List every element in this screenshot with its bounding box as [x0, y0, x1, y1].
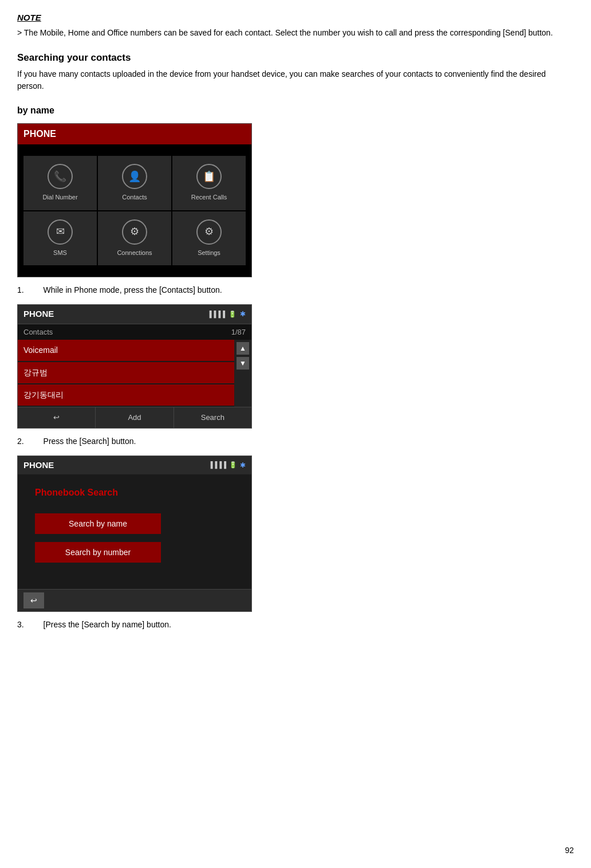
search-by-number-button[interactable]: Search by number — [35, 542, 161, 563]
back-icon: ↩ — [53, 413, 60, 422]
phone-title: PHONE — [23, 127, 56, 141]
search-screen-title: PHONE — [23, 459, 54, 472]
phone-main-screen: PHONE 📞 Dial Number 👤 Contacts 📋 Recent … — [17, 123, 252, 277]
menu-item-contacts[interactable]: 👤 Contacts — [98, 156, 171, 210]
section-heading: Searching your contacts — [17, 50, 574, 65]
contacts-bottom-bar: ↩ Add Search — [18, 407, 251, 428]
search-by-number-row: Search by number — [35, 542, 234, 563]
scroll-bar: ▲ ▼ — [234, 340, 251, 407]
contacts-header: PHONE ▐▐▐▐ 🔋 ✱ — [18, 305, 251, 324]
contacts-icon: 👤 — [122, 164, 147, 189]
menu-item-recent[interactable]: 📋 Recent Calls — [172, 156, 246, 210]
battery-icon: 🔋 — [228, 309, 237, 319]
contacts-list-screen: PHONE ▐▐▐▐ 🔋 ✱ Contacts 1/87 Voicemail 강… — [17, 304, 252, 429]
contact-item-voicemail[interactable]: Voicemail — [18, 340, 234, 361]
contacts-items: Voicemail 강규범 강기동대리 — [18, 340, 234, 407]
phone-menu-grid: 📞 Dial Number 👤 Contacts 📋 Recent Calls … — [18, 144, 251, 277]
settings-label: Settings — [198, 248, 220, 258]
search-screen-header: PHONE ▐▐▐▐ 🔋 ✱ — [18, 456, 251, 475]
contact-item-2[interactable]: 강기동대리 — [18, 384, 234, 406]
menu-item-connections[interactable]: ⚙ Connections — [98, 211, 171, 266]
search-back-button[interactable]: ↩ — [23, 592, 44, 608]
contacts-sub-label: Contacts — [23, 327, 53, 338]
menu-item-settings[interactable]: ⚙ Settings — [172, 211, 246, 266]
search-status-area: ▐▐▐▐ 🔋 ✱ — [208, 460, 246, 470]
connections-icon: ⚙ — [122, 219, 147, 245]
back-button[interactable]: ↩ — [18, 407, 96, 428]
phonebook-search-screen: PHONE ▐▐▐▐ 🔋 ✱ Phonebook Search Search b… — [17, 455, 252, 612]
recent-calls-label: Recent Calls — [191, 193, 227, 202]
menu-item-dial[interactable]: 📞 Dial Number — [23, 156, 97, 210]
phonebook-search-label: Phonebook Search — [35, 486, 234, 500]
contacts-label: Contacts — [122, 193, 147, 202]
bluetooth-icon2: ✱ — [240, 460, 246, 470]
settings-icon: ⚙ — [196, 219, 222, 245]
contacts-count: 1/87 — [231, 327, 246, 338]
step1-text: 1. While in Phone mode, press the [Conta… — [17, 284, 574, 296]
search-screen-body: Phonebook Search Search by name Search b… — [18, 474, 251, 589]
step2-text: 2. Press the [Search] button. — [17, 435, 574, 447]
search-screen-footer: ↩ — [18, 589, 251, 611]
scroll-up-button[interactable]: ▲ — [237, 342, 249, 355]
contacts-screen-title: PHONE — [23, 308, 54, 321]
scroll-down-button[interactable]: ▼ — [237, 357, 249, 370]
search-by-name-button[interactable]: Search by name — [35, 513, 161, 534]
page-number: 92 — [565, 845, 574, 857]
sms-icon: ✉ — [48, 219, 73, 245]
status-area: ▐▐▐▐ 🔋 ✱ — [207, 309, 246, 319]
recent-calls-icon: 📋 — [196, 164, 222, 189]
sms-label: SMS — [53, 248, 67, 258]
note-label: NOTE — [17, 11, 574, 25]
back-arrow-icon: ↩ — [30, 595, 37, 607]
signal-icon: ▐▐▐▐ — [207, 309, 225, 319]
section-desc: If you have many contacts uploaded in th… — [17, 68, 574, 92]
search-label: Search — [201, 413, 224, 422]
bluetooth-icon: ✱ — [240, 309, 246, 319]
dial-number-icon: 📞 — [48, 164, 73, 189]
search-button[interactable]: Search — [174, 407, 251, 428]
dial-number-label: Dial Number — [42, 193, 77, 202]
add-button[interactable]: Add — [96, 407, 174, 428]
contacts-scroll-area: Voicemail 강규범 강기동대리 ▲ ▼ — [18, 340, 251, 407]
search-by-name-row: Search by name — [35, 513, 234, 534]
add-label: Add — [128, 413, 141, 422]
phone-header: PHONE — [18, 124, 251, 144]
sub-heading: by name — [17, 104, 574, 117]
menu-item-sms[interactable]: ✉ SMS — [23, 211, 97, 266]
contact-item-1[interactable]: 강규범 — [18, 362, 234, 383]
note-text: > The Mobile, Home and Office numbers ca… — [17, 27, 574, 39]
contacts-sub-header: Contacts 1/87 — [18, 324, 251, 340]
connections-label: Connections — [117, 248, 152, 258]
step3-text: 3. [Press the [Search by name] button. — [17, 619, 574, 631]
battery-icon2: 🔋 — [229, 460, 237, 470]
signal-icon2: ▐▐▐▐ — [208, 460, 226, 470]
